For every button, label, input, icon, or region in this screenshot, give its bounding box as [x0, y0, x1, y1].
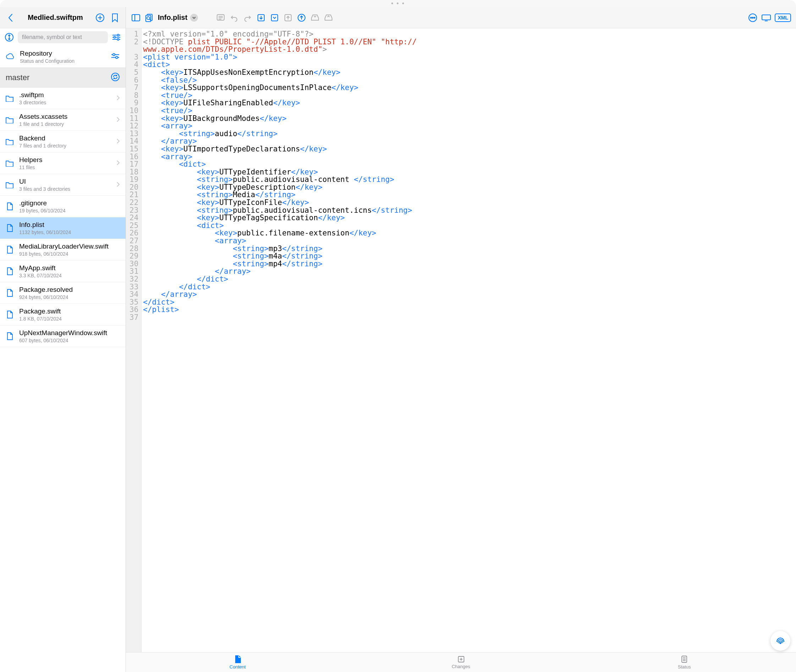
- file-row-11[interactable]: UpNextManagerWindow.swift607 bytes, 06/1…: [0, 326, 126, 347]
- repository-label: Repository: [20, 50, 106, 58]
- file-name: UpNextManagerWindow.swift: [19, 329, 120, 337]
- tab-content[interactable]: Content: [126, 653, 349, 672]
- inbox-icon[interactable]: [310, 13, 320, 23]
- file-icon: [5, 267, 14, 275]
- more-icon[interactable]: [748, 13, 758, 23]
- file-name: Assets.xcassets: [19, 113, 111, 120]
- file-row-7[interactable]: MediaLibraryLoaderView.swift918 bytes, 0…: [0, 239, 126, 261]
- search-input[interactable]: [18, 31, 108, 43]
- svg-point-8: [117, 34, 119, 36]
- panel-toggle-icon[interactable]: [131, 13, 141, 23]
- tab-status[interactable]: Status: [573, 653, 796, 672]
- file-icon: [5, 245, 14, 254]
- tab-changes-label: Changes: [452, 664, 470, 669]
- project-title: Medlied.swiftpm: [21, 13, 90, 22]
- file-row-0[interactable]: .swiftpm3 directories: [0, 88, 126, 109]
- file-row-1[interactable]: Assets.xcassets1 file and 1 directory: [0, 109, 126, 131]
- file-row-10[interactable]: Package.swift1.8 KB, 07/10/2024: [0, 304, 126, 326]
- window-drag-handle: • • •: [0, 0, 796, 7]
- file-name: Package.swift: [19, 307, 120, 315]
- editor-toolbar: Info.plist XML: [126, 7, 796, 28]
- filter-icon[interactable]: [111, 32, 121, 42]
- tab-changes[interactable]: Changes: [349, 653, 573, 672]
- file-sub: 3 files and 3 directories: [19, 186, 111, 192]
- sliders-icon[interactable]: [111, 53, 120, 61]
- tab-content-label: Content: [229, 664, 246, 669]
- file-sub: 11 files: [19, 165, 111, 170]
- chevron-right-icon: [116, 159, 120, 167]
- tab-status-label: Status: [678, 664, 691, 669]
- upload-box-icon[interactable]: [283, 13, 293, 23]
- file-sub: 607 bytes, 06/10/2024: [19, 338, 120, 343]
- updown-sort-icon[interactable]: [4, 32, 14, 42]
- file-sub: 924 bytes, 06/10/2024: [19, 294, 120, 300]
- file-row-6[interactable]: Info.plist1132 bytes, 06/10/2024: [0, 218, 126, 239]
- folder-icon: [5, 138, 14, 145]
- file-icon: [5, 310, 14, 319]
- branch-row[interactable]: master: [0, 68, 126, 88]
- file-sub: 19 bytes, 06/10/2024: [19, 208, 120, 213]
- code-editor[interactable]: 1234567891011121314151617181920212223242…: [126, 28, 796, 652]
- file-row-5[interactable]: .gitignore19 bytes, 06/10/2024: [0, 196, 126, 218]
- file-sub: 3.3 KB, 07/10/2024: [19, 273, 120, 278]
- fingerprint-button[interactable]: [770, 631, 790, 651]
- line-gutter: 1234567891011121314151617181920212223242…: [126, 28, 141, 652]
- svg-point-14: [115, 56, 118, 59]
- file-sub: 3 directories: [19, 100, 111, 105]
- file-row-2[interactable]: Backend7 files and 1 directory: [0, 131, 126, 152]
- file-name: Info.plist: [19, 221, 120, 229]
- folder-icon: [5, 116, 14, 123]
- file-list[interactable]: .swiftpm3 directoriesAssets.xcassets1 fi…: [0, 88, 126, 672]
- file-icon: [5, 289, 14, 297]
- download-icon[interactable]: [270, 13, 280, 23]
- open-file-title: Info.plist: [158, 13, 187, 22]
- file-icon: [5, 202, 14, 211]
- back-button[interactable]: [6, 13, 16, 23]
- display-icon[interactable]: [761, 13, 771, 23]
- download-box-icon[interactable]: [256, 13, 266, 23]
- chevron-right-icon: [116, 116, 120, 124]
- repository-sub: Status and Configuration: [20, 58, 106, 64]
- file-name: Backend: [19, 134, 111, 142]
- svg-point-34: [751, 17, 752, 18]
- repository-row[interactable]: Repository Status and Configuration: [0, 46, 126, 68]
- file-name: Package.resolved: [19, 286, 120, 294]
- refresh-icon[interactable]: [111, 72, 120, 83]
- file-row-3[interactable]: Helpers11 files: [0, 152, 126, 174]
- find-in-files-icon[interactable]: [144, 13, 154, 23]
- file-name: Helpers: [19, 156, 111, 164]
- chevron-right-icon: [116, 181, 120, 189]
- svg-rect-16: [132, 14, 140, 21]
- upload-circle-icon[interactable]: [296, 13, 306, 23]
- svg-point-9: [114, 37, 115, 38]
- svg-rect-37: [762, 15, 770, 20]
- comment-icon[interactable]: [216, 13, 226, 23]
- svg-point-36: [754, 17, 755, 18]
- xml-badge[interactable]: XML: [775, 13, 791, 22]
- file-row-9[interactable]: Package.resolved924 bytes, 06/10/2024: [0, 282, 126, 304]
- undo-icon[interactable]: [229, 13, 239, 23]
- file-icon: [5, 332, 14, 341]
- editor-pane: Info.plist XML 12345678910111213: [126, 7, 796, 672]
- svg-rect-28: [271, 14, 278, 21]
- outbox-icon[interactable]: [324, 13, 333, 23]
- folder-icon: [5, 95, 14, 102]
- svg-point-35: [752, 17, 753, 18]
- file-sub: 1132 bytes, 06/10/2024: [19, 229, 120, 235]
- svg-point-15: [111, 73, 119, 81]
- file-name: MediaLibraryLoaderView.swift: [19, 243, 120, 250]
- redo-icon[interactable]: [243, 13, 253, 23]
- folder-icon: [5, 160, 14, 167]
- add-button[interactable]: [95, 13, 105, 23]
- file-row-4[interactable]: UI3 files and 3 directories: [0, 174, 126, 196]
- bookmark-button[interactable]: [110, 13, 120, 23]
- file-name: .swiftpm: [19, 91, 111, 99]
- code-content[interactable]: <?xml version="1.0" encoding="UTF-8"?><!…: [141, 28, 420, 652]
- file-sub: 1.8 KB, 07/10/2024: [19, 316, 120, 322]
- file-name: MyApp.swift: [19, 264, 120, 272]
- file-sub: 1 file and 1 directory: [19, 121, 111, 127]
- sidebar: Medlied.swiftpm: [0, 7, 126, 672]
- file-row-8[interactable]: MyApp.swift3.3 KB, 07/10/2024: [0, 261, 126, 282]
- file-name: UI: [19, 178, 111, 186]
- file-dropdown-icon[interactable]: [190, 14, 198, 22]
